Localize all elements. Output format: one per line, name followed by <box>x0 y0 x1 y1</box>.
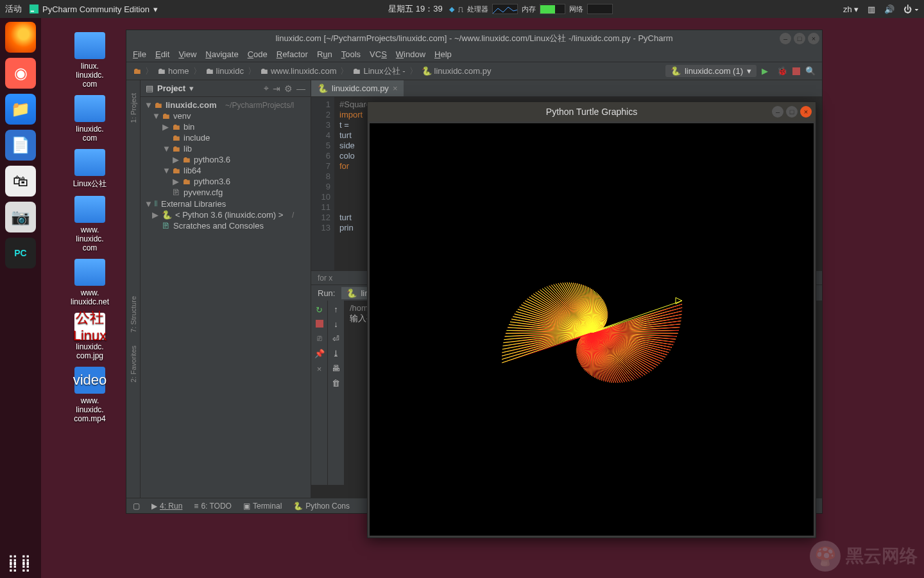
close-icon[interactable]: × <box>314 363 325 374</box>
launcher-screenshot[interactable]: ◉ <box>5 58 36 89</box>
close-icon[interactable]: × <box>393 83 398 93</box>
minimize-button[interactable]: – <box>780 33 791 44</box>
tree-item[interactable]: 🖿include <box>141 132 311 143</box>
turtle-titlebar[interactable]: Python Turtle Graphics – □ × <box>368 102 816 121</box>
chevron-down-icon[interactable]: ▾ <box>189 83 194 93</box>
tree-item[interactable]: ▶🖿python3.6 <box>141 154 311 165</box>
menu-vcs[interactable]: VCS <box>370 49 387 59</box>
menu-tools[interactable]: Tools <box>341 49 361 59</box>
tree-scratches[interactable]: 🖹Scratches and Consoles <box>141 220 311 231</box>
menu-navigate[interactable]: Navigate <box>205 49 238 59</box>
close-button[interactable]: × <box>800 106 812 118</box>
launcher-apps-grid[interactable]: ⠿⠿⠿⠿ <box>8 559 33 572</box>
breadcrumb-item[interactable]: 🖿 home <box>157 66 189 76</box>
net-label: 网络 <box>569 4 583 14</box>
down-icon[interactable]: ↓ <box>334 319 338 329</box>
tree-item[interactable]: ▶🖿python3.6 <box>141 176 311 187</box>
app-indicator[interactable]: PyCharm Community Edition ▾ <box>30 4 158 14</box>
desktop-folder[interactable]: linuxidc. com <box>58 95 122 143</box>
launcher-camera[interactable]: 📷 <box>5 202 36 232</box>
debug-icon[interactable]: 🐞 <box>777 66 787 76</box>
indicator-icon[interactable]: ⎍ <box>458 4 463 14</box>
tree-external-libs[interactable]: ▼⫴External Libraries <box>141 198 311 209</box>
quick-access-icon[interactable]: ▢ <box>133 502 140 511</box>
layout-icon[interactable]: ⎚ <box>314 333 325 343</box>
stop-icon[interactable] <box>792 67 800 75</box>
sidebar-tab-project[interactable]: 1: Project <box>130 93 137 123</box>
launcher-software[interactable]: 🛍 <box>5 166 36 197</box>
menu-code[interactable]: Code <box>248 49 268 59</box>
mem-graph[interactable] <box>540 4 565 14</box>
clock[interactable]: 星期五 19：39 <box>388 3 443 15</box>
pin-icon[interactable]: 📌 <box>314 348 325 358</box>
sidebar-tab-structure[interactable]: 7: Structure <box>130 296 137 333</box>
trash-icon[interactable]: 🗑 <box>332 378 340 388</box>
tree-item[interactable]: 🖹pyvenv.cfg <box>141 187 311 198</box>
breadcrumb-item[interactable]: 🖿 www.linuxidc.com <box>260 66 337 76</box>
menu-run[interactable]: Run <box>317 49 332 59</box>
breadcrumb-item[interactable]: 🖿 Linux公社 - <box>352 66 405 77</box>
breadcrumb-item[interactable]: 🖿 linuxidc <box>205 66 244 76</box>
print-icon[interactable]: 🖶 <box>332 363 340 373</box>
menu-help[interactable]: Help <box>434 49 452 59</box>
menu-file[interactable]: FFileile <box>133 49 146 59</box>
sidebar-tab-favorites[interactable]: 2: Favorites <box>130 346 137 382</box>
launcher-document[interactable]: 📄 <box>5 130 36 161</box>
tree-item[interactable]: ▼🖿lib64 <box>141 165 311 176</box>
tree-python-env[interactable]: ▶🐍< Python 3.6 (linuxidc.com) > / <box>141 209 311 220</box>
launcher-pycharm[interactable]: PC <box>5 238 36 268</box>
desktop-image[interactable]: 公社Linuxlinuxidc. com.jpg <box>58 313 122 360</box>
app-name: PyCharm Community Edition <box>42 4 150 14</box>
stop-icon[interactable] <box>316 320 323 328</box>
breadcrumb-file[interactable]: 🐍 linuxidc.com.py <box>422 66 492 76</box>
tree-root[interactable]: ▼🖿linuxidc.com ~/PycharmProjects/l <box>141 100 311 110</box>
tree-item[interactable]: ▼🖿venv <box>141 110 311 121</box>
menu-edit[interactable]: Edit <box>155 49 169 59</box>
notification-icon[interactable]: ◆ <box>449 5 454 13</box>
desktop-folder[interactable]: www. linuxidc.net <box>58 259 122 306</box>
gear-icon[interactable]: ⚙ <box>284 83 293 94</box>
cpu-graph[interactable] <box>492 4 518 14</box>
menu-bar: FFileile Edit View Navigate Code Refacto… <box>126 47 822 62</box>
editor-gutter: 12345678910111213 <box>311 97 334 270</box>
collapse-icon[interactable]: ⇥ <box>273 83 280 94</box>
tree-item[interactable]: ▼🖿lib <box>141 143 311 154</box>
net-graph[interactable] <box>587 4 613 14</box>
network-icon[interactable]: ▥ <box>868 4 875 14</box>
scroll-icon[interactable]: ⤓ <box>332 349 339 358</box>
volume-icon[interactable]: 🔊 <box>884 4 894 14</box>
maximize-button[interactable]: □ <box>794 33 805 44</box>
lang-indicator[interactable]: zh ▾ <box>843 4 859 14</box>
status-run[interactable]: ▶ 4: Run <box>151 502 182 511</box>
maximize-button[interactable]: □ <box>786 106 798 118</box>
locate-icon[interactable]: ⌖ <box>264 83 269 94</box>
desktop-folder[interactable]: linux. linuxidc. com <box>58 32 122 89</box>
status-pyconsole[interactable]: 🐍 Python Cons <box>293 502 350 511</box>
wrap-icon[interactable]: ⏎ <box>332 334 339 344</box>
search-icon[interactable]: 🔍 <box>805 66 816 76</box>
activities-button[interactable]: 活动 <box>5 3 22 15</box>
menu-window[interactable]: Window <box>396 49 425 59</box>
desktop-folder[interactable]: Linux公社 <box>58 149 122 189</box>
menu-view[interactable]: View <box>178 49 196 59</box>
launcher-files[interactable]: 📁 <box>5 94 36 125</box>
status-terminal[interactable]: ▣ Terminal <box>243 502 282 511</box>
run-config-selector[interactable]: 🐍 linuxidc.com (1) ▾ <box>665 65 757 77</box>
launcher-firefox[interactable] <box>5 22 36 53</box>
minimize-button[interactable]: – <box>772 106 783 118</box>
hide-icon[interactable]: — <box>296 83 305 94</box>
desktop-video[interactable]: videowww. linuxidc. com.mp4 <box>58 367 122 423</box>
project-pane-title[interactable]: Project <box>157 83 185 93</box>
editor-tab[interactable]: 🐍 linuxidc.com.py × <box>311 80 404 96</box>
tree-item[interactable]: ▶🖿bin <box>141 121 311 132</box>
up-icon[interactable]: ↑ <box>334 304 338 314</box>
rerun-icon[interactable]: ↻ <box>314 304 325 315</box>
menu-refactor[interactable]: Refactor <box>277 49 308 59</box>
ubuntu-top-panel: 活动 PyCharm Community Edition ▾ 星期五 19：39… <box>0 0 924 18</box>
desktop-folder[interactable]: www. linuxidc. com <box>58 196 122 252</box>
run-icon[interactable]: ▶ <box>762 66 772 76</box>
pycharm-titlebar[interactable]: linuxidc.com [~/PycharmProjects/linuxidc… <box>126 30 822 47</box>
power-icon[interactable]: ⏻ ▾ <box>903 4 919 14</box>
status-todo[interactable]: ≡ 6: TODO <box>194 502 232 511</box>
close-button[interactable]: × <box>808 33 819 44</box>
